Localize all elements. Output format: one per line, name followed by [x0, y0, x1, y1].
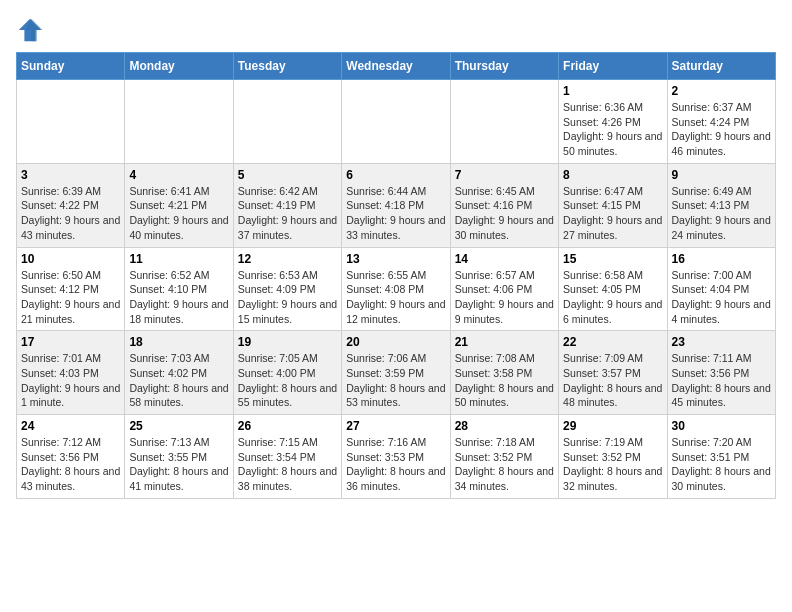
calendar-week-row: 17Sunrise: 7:01 AM Sunset: 4:03 PM Dayli…: [17, 331, 776, 415]
day-number: 4: [129, 168, 228, 182]
day-info: Sunrise: 6:57 AM Sunset: 4:06 PM Dayligh…: [455, 268, 554, 327]
day-number: 5: [238, 168, 337, 182]
day-info: Sunrise: 6:39 AM Sunset: 4:22 PM Dayligh…: [21, 184, 120, 243]
day-info: Sunrise: 7:05 AM Sunset: 4:00 PM Dayligh…: [238, 351, 337, 410]
calendar-cell: 26Sunrise: 7:15 AM Sunset: 3:54 PM Dayli…: [233, 415, 341, 499]
day-number: 6: [346, 168, 445, 182]
calendar-header-wednesday: Wednesday: [342, 53, 450, 80]
calendar-header-monday: Monday: [125, 53, 233, 80]
day-number: 27: [346, 419, 445, 433]
calendar-cell: 22Sunrise: 7:09 AM Sunset: 3:57 PM Dayli…: [559, 331, 667, 415]
day-info: Sunrise: 7:11 AM Sunset: 3:56 PM Dayligh…: [672, 351, 771, 410]
day-info: Sunrise: 6:55 AM Sunset: 4:08 PM Dayligh…: [346, 268, 445, 327]
day-info: Sunrise: 6:42 AM Sunset: 4:19 PM Dayligh…: [238, 184, 337, 243]
day-number: 25: [129, 419, 228, 433]
day-info: Sunrise: 7:08 AM Sunset: 3:58 PM Dayligh…: [455, 351, 554, 410]
day-info: Sunrise: 7:09 AM Sunset: 3:57 PM Dayligh…: [563, 351, 662, 410]
day-info: Sunrise: 7:20 AM Sunset: 3:51 PM Dayligh…: [672, 435, 771, 494]
day-number: 30: [672, 419, 771, 433]
calendar-week-row: 10Sunrise: 6:50 AM Sunset: 4:12 PM Dayli…: [17, 247, 776, 331]
calendar-cell: 20Sunrise: 7:06 AM Sunset: 3:59 PM Dayli…: [342, 331, 450, 415]
calendar-table: SundayMondayTuesdayWednesdayThursdayFrid…: [16, 52, 776, 499]
calendar-week-row: 24Sunrise: 7:12 AM Sunset: 3:56 PM Dayli…: [17, 415, 776, 499]
day-info: Sunrise: 7:00 AM Sunset: 4:04 PM Dayligh…: [672, 268, 771, 327]
calendar-cell: 5Sunrise: 6:42 AM Sunset: 4:19 PM Daylig…: [233, 163, 341, 247]
calendar-cell: [125, 80, 233, 164]
calendar-cell: 9Sunrise: 6:49 AM Sunset: 4:13 PM Daylig…: [667, 163, 775, 247]
day-info: Sunrise: 6:41 AM Sunset: 4:21 PM Dayligh…: [129, 184, 228, 243]
day-number: 9: [672, 168, 771, 182]
day-info: Sunrise: 6:49 AM Sunset: 4:13 PM Dayligh…: [672, 184, 771, 243]
calendar-header-row: SundayMondayTuesdayWednesdayThursdayFrid…: [17, 53, 776, 80]
calendar-cell: 1Sunrise: 6:36 AM Sunset: 4:26 PM Daylig…: [559, 80, 667, 164]
calendar-cell: 13Sunrise: 6:55 AM Sunset: 4:08 PM Dayli…: [342, 247, 450, 331]
calendar-header-thursday: Thursday: [450, 53, 558, 80]
calendar-cell: 4Sunrise: 6:41 AM Sunset: 4:21 PM Daylig…: [125, 163, 233, 247]
calendar-cell: 18Sunrise: 7:03 AM Sunset: 4:02 PM Dayli…: [125, 331, 233, 415]
day-info: Sunrise: 6:45 AM Sunset: 4:16 PM Dayligh…: [455, 184, 554, 243]
day-number: 11: [129, 252, 228, 266]
day-number: 14: [455, 252, 554, 266]
calendar-cell: 19Sunrise: 7:05 AM Sunset: 4:00 PM Dayli…: [233, 331, 341, 415]
calendar-cell: 15Sunrise: 6:58 AM Sunset: 4:05 PM Dayli…: [559, 247, 667, 331]
calendar-header-friday: Friday: [559, 53, 667, 80]
calendar-cell: 16Sunrise: 7:00 AM Sunset: 4:04 PM Dayli…: [667, 247, 775, 331]
calendar-cell: 28Sunrise: 7:18 AM Sunset: 3:52 PM Dayli…: [450, 415, 558, 499]
calendar-cell: 27Sunrise: 7:16 AM Sunset: 3:53 PM Dayli…: [342, 415, 450, 499]
calendar-cell: [342, 80, 450, 164]
calendar-cell: 21Sunrise: 7:08 AM Sunset: 3:58 PM Dayli…: [450, 331, 558, 415]
calendar-cell: 12Sunrise: 6:53 AM Sunset: 4:09 PM Dayli…: [233, 247, 341, 331]
day-info: Sunrise: 7:01 AM Sunset: 4:03 PM Dayligh…: [21, 351, 120, 410]
day-number: 22: [563, 335, 662, 349]
calendar-cell: 23Sunrise: 7:11 AM Sunset: 3:56 PM Dayli…: [667, 331, 775, 415]
day-number: 10: [21, 252, 120, 266]
calendar-cell: 24Sunrise: 7:12 AM Sunset: 3:56 PM Dayli…: [17, 415, 125, 499]
calendar-cell: 17Sunrise: 7:01 AM Sunset: 4:03 PM Dayli…: [17, 331, 125, 415]
day-number: 2: [672, 84, 771, 98]
calendar-cell: 11Sunrise: 6:52 AM Sunset: 4:10 PM Dayli…: [125, 247, 233, 331]
day-number: 7: [455, 168, 554, 182]
calendar-cell: 7Sunrise: 6:45 AM Sunset: 4:16 PM Daylig…: [450, 163, 558, 247]
calendar-cell: 3Sunrise: 6:39 AM Sunset: 4:22 PM Daylig…: [17, 163, 125, 247]
day-number: 20: [346, 335, 445, 349]
day-info: Sunrise: 6:50 AM Sunset: 4:12 PM Dayligh…: [21, 268, 120, 327]
day-number: 8: [563, 168, 662, 182]
day-number: 29: [563, 419, 662, 433]
day-number: 19: [238, 335, 337, 349]
calendar-header-saturday: Saturday: [667, 53, 775, 80]
calendar-cell: 6Sunrise: 6:44 AM Sunset: 4:18 PM Daylig…: [342, 163, 450, 247]
day-info: Sunrise: 7:03 AM Sunset: 4:02 PM Dayligh…: [129, 351, 228, 410]
calendar-header-tuesday: Tuesday: [233, 53, 341, 80]
day-info: Sunrise: 6:53 AM Sunset: 4:09 PM Dayligh…: [238, 268, 337, 327]
day-number: 12: [238, 252, 337, 266]
calendar-cell: 14Sunrise: 6:57 AM Sunset: 4:06 PM Dayli…: [450, 247, 558, 331]
calendar-cell: [450, 80, 558, 164]
day-info: Sunrise: 7:18 AM Sunset: 3:52 PM Dayligh…: [455, 435, 554, 494]
calendar-cell: 30Sunrise: 7:20 AM Sunset: 3:51 PM Dayli…: [667, 415, 775, 499]
logo-icon: [16, 16, 44, 44]
day-info: Sunrise: 6:58 AM Sunset: 4:05 PM Dayligh…: [563, 268, 662, 327]
day-number: 28: [455, 419, 554, 433]
day-info: Sunrise: 6:44 AM Sunset: 4:18 PM Dayligh…: [346, 184, 445, 243]
page-header: [16, 16, 776, 44]
day-number: 21: [455, 335, 554, 349]
day-number: 1: [563, 84, 662, 98]
day-number: 26: [238, 419, 337, 433]
calendar-cell: 25Sunrise: 7:13 AM Sunset: 3:55 PM Dayli…: [125, 415, 233, 499]
calendar-week-row: 1Sunrise: 6:36 AM Sunset: 4:26 PM Daylig…: [17, 80, 776, 164]
day-info: Sunrise: 7:19 AM Sunset: 3:52 PM Dayligh…: [563, 435, 662, 494]
day-info: Sunrise: 7:16 AM Sunset: 3:53 PM Dayligh…: [346, 435, 445, 494]
calendar-cell: [233, 80, 341, 164]
day-number: 3: [21, 168, 120, 182]
day-number: 17: [21, 335, 120, 349]
day-info: Sunrise: 7:12 AM Sunset: 3:56 PM Dayligh…: [21, 435, 120, 494]
day-info: Sunrise: 7:13 AM Sunset: 3:55 PM Dayligh…: [129, 435, 228, 494]
day-number: 23: [672, 335, 771, 349]
day-info: Sunrise: 6:37 AM Sunset: 4:24 PM Dayligh…: [672, 100, 771, 159]
calendar-week-row: 3Sunrise: 6:39 AM Sunset: 4:22 PM Daylig…: [17, 163, 776, 247]
day-number: 24: [21, 419, 120, 433]
day-number: 18: [129, 335, 228, 349]
calendar-cell: [17, 80, 125, 164]
calendar-cell: 10Sunrise: 6:50 AM Sunset: 4:12 PM Dayli…: [17, 247, 125, 331]
calendar-header-sunday: Sunday: [17, 53, 125, 80]
